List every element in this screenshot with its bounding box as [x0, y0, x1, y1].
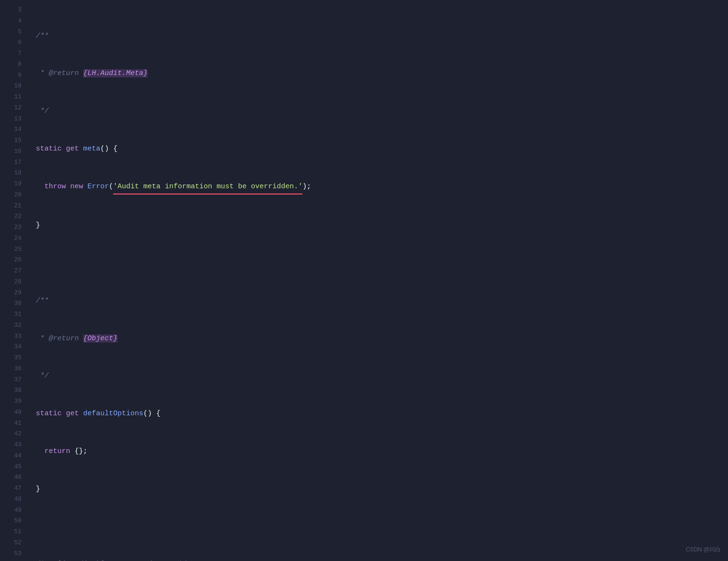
code-line: /** — [36, 295, 718, 307]
code-line: /* eslint-disable no-unused-vars */ — [36, 558, 718, 561]
code-line: * @return {LH.Audit.Meta} — [36, 67, 718, 80]
code-line: return {}; — [36, 445, 718, 458]
code-line: */ — [36, 370, 718, 382]
code-line: static get meta() { — [36, 143, 718, 155]
code-line: throw new Error('Audit meta information … — [36, 181, 718, 194]
watermark: CSDN @问白 — [685, 546, 721, 554]
code-line: */ — [36, 105, 718, 118]
code-editor: 3 4 5 6 7 8 9 10 11 12 13 14 15 16 17 18… — [0, 0, 728, 561]
code-line — [36, 520, 718, 533]
code-line: } — [36, 483, 718, 496]
code-line — [36, 257, 718, 270]
code-line: } — [36, 219, 718, 232]
code-line: static get defaultOptions() { — [36, 408, 718, 420]
line-numbers: 3 4 5 6 7 8 9 10 11 12 13 14 15 16 17 18… — [0, 5, 26, 561]
code-area: /** * @return {LH.Audit.Meta} */ static … — [26, 5, 728, 561]
code-line: /** — [36, 30, 718, 43]
code-line: * @return {Object} — [36, 333, 718, 345]
